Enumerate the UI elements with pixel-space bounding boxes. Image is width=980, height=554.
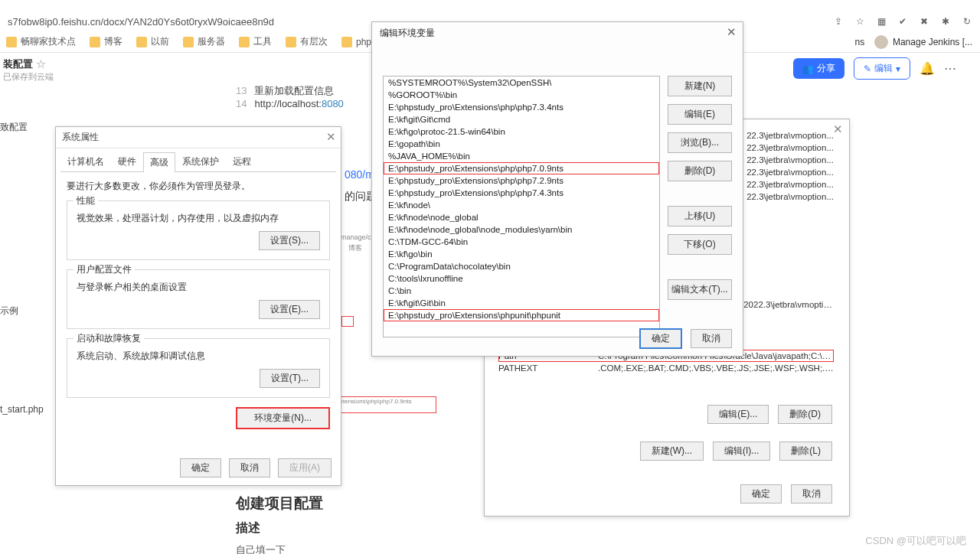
share-icon[interactable]: ⇪ [831, 15, 845, 28]
edit-button[interactable]: 编辑(I)... [713, 442, 770, 461]
dialog-buttons: 确定 取消 [740, 484, 832, 503]
folder-icon [239, 37, 250, 47]
folder-icon [183, 37, 194, 47]
apply-button[interactable]: 应用(A) [278, 458, 332, 477]
table-row[interactable]: PATHEXT.COM;.EXE;.BAT;.CMD;.VBS;.VBE;.JS… [498, 362, 834, 375]
close-icon[interactable]: ✕ [833, 122, 843, 136]
delete-button[interactable]: 删除(L) [779, 442, 832, 461]
list-item[interactable]: C:\bin [384, 285, 659, 297]
red-highlight [341, 316, 354, 327]
bookmark-label[interactable]: Manage Jenkins [... [893, 37, 972, 47]
user-var-buttons: 编辑(E)... 删除(D) [707, 405, 832, 424]
close-icon[interactable]: ✕ [727, 25, 737, 39]
group-desc: 与登录帐户相关的桌面设置 [77, 281, 320, 294]
system-properties-dialog: 系统属性✕ 计算机名 硬件 高级 系统保护 远程 要进行大多数更改，你必须作为管… [55, 126, 341, 486]
list-item[interactable]: E:\kf\git\Git\bin [384, 297, 659, 309]
side-buttons: 新建(N) 编辑(E) 浏览(B)... 删除(D) 上移(U) 下移(O) 编… [668, 76, 732, 300]
list-item[interactable]: E:\phpstudy_pro\Extensions\php\php7.2.9n… [384, 174, 659, 187]
list-item[interactable]: E:\phpstudy_pro\Extensions\php\php7.0.9n… [384, 162, 659, 174]
perf-settings-button[interactable]: 设置(S)... [259, 231, 320, 250]
bookmark-item[interactable]: 畅聊家技术点 [6, 35, 76, 48]
system-var-buttons: 新建(W)... 编辑(I)... 删除(L) [640, 442, 832, 461]
text-fragment: manage/c [341, 233, 371, 241]
edit-button[interactable]: 编辑(E)... [707, 405, 769, 424]
delete-button[interactable]: 删除(D) [778, 405, 832, 424]
bookmark-item[interactable]: 服务器 [183, 35, 225, 48]
list-item[interactable]: %GOROOT%\bin [384, 89, 659, 101]
move-down-button[interactable]: 下移(O) [668, 234, 732, 255]
tab-computer-name[interactable]: 计算机名 [60, 152, 111, 171]
list-item[interactable]: E:\kf\go\bin [384, 248, 659, 260]
list-item[interactable]: E:\phpstudy_pro\Extensions\php\php7.3.4n… [384, 101, 659, 113]
tabs: 计算机名 硬件 高级 系统保护 远程 [60, 152, 336, 172]
list-item[interactable]: E:\gopath\bin [384, 138, 659, 150]
list-item[interactable]: E:\phpstudy_pro\Extensions\php\php7.4.3n… [384, 187, 659, 199]
startup-settings-button[interactable]: 设置(T)... [260, 369, 320, 388]
bookmark-item[interactable]: 有层次 [286, 35, 328, 48]
list-item[interactable]: %JAVA_HOME%\bin [384, 150, 659, 162]
dialog-body: 要进行大多数更改，你必须作为管理员登录。 性能 视觉效果，处理器计划，内存使用，… [56, 172, 341, 437]
tab-remote[interactable]: 远程 [226, 152, 258, 171]
page-title: 装配置 ☆ [3, 57, 46, 71]
bookmark-item[interactable]: php [341, 37, 371, 47]
new-button[interactable]: 新建(W)... [640, 442, 704, 461]
folder-icon [6, 37, 17, 47]
check-icon[interactable]: ✔ [896, 15, 910, 28]
list-item[interactable]: C:\TDM-GCC-64\bin [384, 236, 659, 248]
dialog-buttons: 确定 取消 应用(A) [180, 458, 332, 477]
tab-system-protect[interactable]: 系统保护 [175, 152, 226, 171]
profile-settings-button[interactable]: 设置(E)... [259, 300, 320, 319]
ok-button[interactable]: 确定 [640, 329, 681, 348]
ext-icon[interactable]: ▦ [874, 15, 888, 28]
edit-button[interactable]: 编辑(E) [668, 104, 732, 125]
list-item[interactable]: E:\kf\node\node_global [384, 211, 659, 223]
red-highlight: xtensions\php\php7.0.9nts [337, 396, 436, 413]
desc-text: 自己填一下 [236, 543, 286, 554]
close-icon[interactable]: ✕ [326, 130, 336, 144]
bookmark-item[interactable]: 以前 [136, 35, 169, 48]
share-button[interactable]: 👥 分享 [793, 58, 844, 79]
list-item[interactable]: E:\kf\node\ [384, 199, 659, 211]
perf-group: 性能 视觉效果，处理器计划，内存使用，以及虚拟内存 设置(S)... [67, 200, 330, 260]
ok-button[interactable]: 确定 [740, 484, 782, 503]
list-item[interactable]: C:\tools\lxrunoffline [384, 272, 659, 285]
doc-actions: 👥 分享 ✎ 编辑 ▾ 🔔 ⋯ [793, 57, 957, 80]
list-item[interactable]: C:\ProgramData\chocolatey\bin [384, 260, 659, 272]
bookmark-item[interactable]: 工具 [239, 35, 272, 48]
list-item[interactable]: E:\kf\node\node_global\node_modules\yarn… [384, 223, 659, 236]
watermark: CSDN @可以吧可以吧 [865, 534, 966, 548]
move-up-button[interactable]: 上移(U) [668, 206, 732, 226]
more-icon[interactable]: ⋯ [944, 61, 957, 76]
list-item[interactable]: E:\kf\git\Git\cmd [384, 113, 659, 125]
list-item[interactable]: %SYSTEMROOT%\System32\OpenSSH\ [384, 77, 659, 89]
tab-advanced[interactable]: 高级 [143, 152, 175, 172]
group-desc: 视觉效果，处理器计划，内存使用，以及虚拟内存 [77, 212, 320, 225]
edit-text-button[interactable]: 编辑文本(T)... [668, 279, 732, 300]
list-item[interactable]: E:\kf\go\protoc-21.5-win64\bin [384, 125, 659, 138]
delete-button[interactable]: 删除(D) [668, 161, 732, 181]
env-vars-button[interactable]: 环境变量(N)... [236, 407, 330, 429]
link-fragment[interactable]: 080/m [345, 168, 374, 181]
bookmark-item[interactable]: 博客 [90, 35, 122, 48]
refresh-icon[interactable]: ↻ [960, 15, 974, 28]
cancel-button[interactable]: 取消 [791, 484, 832, 503]
bell-icon[interactable]: 🔔 [920, 61, 935, 76]
startup-group: 启动和故障恢复 系统启动、系统故障和调试信息 设置(T)... [67, 338, 330, 398]
puzzle-icon[interactable]: ✱ [939, 15, 952, 28]
group-title: 用户配置文件 [74, 263, 135, 276]
cancel-button[interactable]: 取消 [229, 458, 270, 477]
cancel-button[interactable]: 取消 [691, 329, 732, 348]
list-item[interactable]: E:\phpstudy_pro\Extensions\phpunit\phpun… [384, 309, 659, 321]
x-icon[interactable]: ✖ [917, 15, 931, 28]
star-icon[interactable]: ☆ [853, 15, 867, 28]
path-list[interactable]: %SYSTEMROOT%\System32\OpenSSH\%GOROOT%\b… [383, 76, 660, 337]
folder-icon [136, 37, 147, 47]
sidebar-text: t_start.php [0, 404, 44, 415]
ok-button[interactable]: 确定 [180, 458, 221, 477]
new-button[interactable]: 新建(N) [668, 76, 732, 96]
group-title: 启动和故障恢复 [74, 332, 144, 345]
edit-button[interactable]: ✎ 编辑 ▾ [854, 57, 910, 80]
tab-hardware[interactable]: 硬件 [111, 152, 143, 171]
browse-button[interactable]: 浏览(B)... [668, 132, 732, 153]
folder-icon [90, 37, 100, 47]
